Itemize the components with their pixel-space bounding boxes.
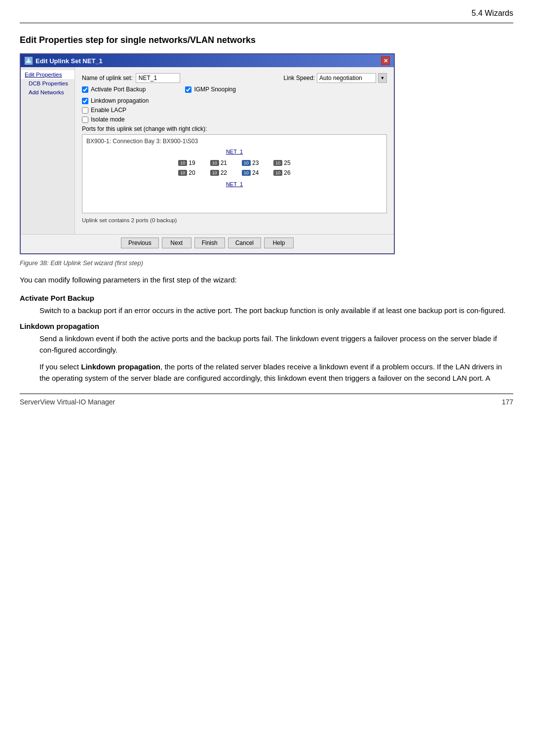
- ports-label: Ports for this uplink set (change with r…: [82, 125, 387, 132]
- enable-lacp-label: Enable LACP: [91, 107, 126, 114]
- port-19: 10 19: [178, 159, 195, 166]
- isolate-mode-row: Isolate mode: [82, 116, 387, 123]
- page-header: 5.4 Wizards: [0, 0, 533, 23]
- figure-caption: Figure 38: Edit Uplink Set wizard (first…: [20, 259, 513, 267]
- igmp-snooping-label: IGMP Snooping: [194, 86, 236, 93]
- linkdown-propagation-heading: Linkdown propagation: [20, 322, 513, 330]
- next-button[interactable]: Next: [162, 238, 191, 248]
- dialog-form: Name of uplink set: Link Speed: ▼ Activa…: [75, 67, 394, 234]
- footer-right: 177: [502, 398, 513, 406]
- port-21-num: 21: [221, 159, 227, 166]
- port-25: 10 25: [273, 159, 290, 166]
- dialog-title-icon: 🖧: [25, 57, 33, 65]
- port-26-num: 26: [284, 169, 290, 176]
- linkdown-propagation-text1: Send a linkdown event if both the active…: [39, 333, 513, 356]
- activate-port-backup-heading: Activate Port Backup: [20, 294, 513, 302]
- port-20-num: 20: [189, 169, 195, 176]
- port-25-badge: 10: [273, 160, 282, 166]
- header-divider: [20, 23, 513, 23]
- port-row-1: 10 19 10 21 10 23: [178, 159, 290, 166]
- dialog-titlebar-left: 🖧 Edit Uplink Set NET_1: [25, 57, 103, 65]
- finish-button[interactable]: Finish: [194, 238, 225, 248]
- dialog-buttons: Previous Next Finish Cancel Help: [21, 234, 394, 253]
- port-24-num: 24: [252, 169, 259, 176]
- port-22: 10 22: [210, 169, 227, 176]
- port-row-2: 10 20 10 22 10 24: [178, 169, 290, 176]
- text2-prefix: If you select: [39, 362, 81, 371]
- isolate-mode-checkbox[interactable]: [82, 117, 88, 123]
- dialog-close-button[interactable]: ✕: [381, 56, 390, 65]
- dialog-body: Edit Properties DCB Properties Add Netwo…: [21, 67, 394, 234]
- port-23-badge: 10: [242, 160, 251, 166]
- cancel-button[interactable]: Cancel: [228, 238, 261, 248]
- link-speed-row: Link Speed: ▼: [284, 73, 387, 83]
- footer: ServerView Virtual-IO Manager 177: [0, 398, 533, 406]
- port-19-badge: 10: [178, 160, 187, 166]
- port-21-badge: 10: [210, 160, 219, 166]
- uplink-summary: Uplink set contains 2 ports (0 backup): [82, 217, 387, 223]
- port-25-num: 25: [284, 159, 290, 166]
- port-23: 10 23: [242, 159, 259, 166]
- port-22-num: 22: [221, 169, 227, 176]
- port-20-badge: 10: [178, 170, 187, 176]
- sidebar-item-edit-properties[interactable]: Edit Properties: [21, 70, 75, 79]
- main-content: Edit Properties step for single networks…: [0, 35, 533, 384]
- igmp-snooping-row: IGMP Snooping: [185, 86, 236, 93]
- section-heading: Edit Properties step for single networks…: [20, 35, 513, 45]
- port-26-badge: 10: [273, 170, 282, 176]
- dialog-sidebar: Edit Properties DCB Properties Add Netwo…: [21, 67, 75, 234]
- sidebar-item-dcb-properties[interactable]: DCB Properties: [21, 79, 75, 88]
- port-24-badge: 10: [242, 170, 251, 176]
- port-grid: NET_1 10 19 10 21 1: [86, 149, 382, 187]
- igmp-snooping-checkbox[interactable]: [185, 86, 191, 93]
- port-20: 10 20: [178, 169, 195, 176]
- activate-port-backup-row: Activate Port Backup: [82, 86, 146, 93]
- port-23-num: 23: [252, 159, 259, 166]
- header-title: 5.4 Wizards: [472, 9, 513, 17]
- linkdown-propagation-checkbox[interactable]: [82, 98, 88, 104]
- previous-button[interactable]: Previous: [121, 238, 159, 248]
- linkdown-propagation-row: Linkdown propagation: [82, 97, 387, 104]
- name-label: Name of uplink set:: [82, 75, 133, 81]
- ports-box: BX900-1: Connection Bay 3: BX900-1\S03 N…: [82, 134, 387, 213]
- port-21: 10 21: [210, 159, 227, 166]
- linkdown-propagation-label: Linkdown propagation: [91, 97, 149, 104]
- enable-lacp-row: Enable LACP: [82, 107, 387, 114]
- isolate-mode-label: Isolate mode: [91, 116, 125, 123]
- footer-divider: [20, 394, 513, 394]
- ports-box-title: BX900-1: Connection Bay 3: BX900-1\S03: [86, 138, 382, 145]
- port-19-num: 19: [189, 159, 195, 166]
- net-label-top: NET_1: [226, 149, 243, 155]
- name-input[interactable]: [136, 73, 180, 83]
- port-24: 10 24: [242, 169, 259, 176]
- activate-port-backup-text: Switch to a backup port if an error occu…: [39, 305, 513, 317]
- dialog-titlebar: 🖧 Edit Uplink Set NET_1 ✕: [21, 54, 394, 67]
- activate-port-backup-checkbox[interactable]: [82, 86, 88, 93]
- link-speed-dropdown-arrow[interactable]: ▼: [378, 73, 387, 83]
- checkbox-group-row1: Activate Port Backup IGMP Snooping: [82, 86, 387, 95]
- port-22-badge: 10: [210, 170, 219, 176]
- sidebar-item-add-networks[interactable]: Add Networks: [21, 88, 75, 97]
- activate-port-backup-label: Activate Port Backup: [91, 86, 146, 93]
- enable-lacp-checkbox[interactable]: [82, 107, 88, 114]
- intro-text: You can modify following parameters in t…: [20, 275, 513, 286]
- port-26: 10 26: [273, 169, 290, 176]
- text2-bold: Linkdown propagation: [81, 362, 160, 371]
- net-label-bottom: NET_1: [226, 181, 243, 187]
- linkdown-propagation-text2: If you select Linkdown propagation, the …: [39, 361, 513, 384]
- help-button[interactable]: Help: [264, 238, 294, 248]
- footer-left: ServerView Virtual-IO Manager: [20, 398, 115, 406]
- dialog-title: Edit Uplink Set NET_1: [36, 57, 103, 65]
- dialog-window: 🖧 Edit Uplink Set NET_1 ✕ Edit Propertie…: [20, 53, 395, 254]
- name-row: Name of uplink set: Link Speed: ▼: [82, 73, 387, 83]
- link-speed-input[interactable]: [317, 73, 376, 83]
- link-speed-label: Link Speed:: [284, 75, 315, 81]
